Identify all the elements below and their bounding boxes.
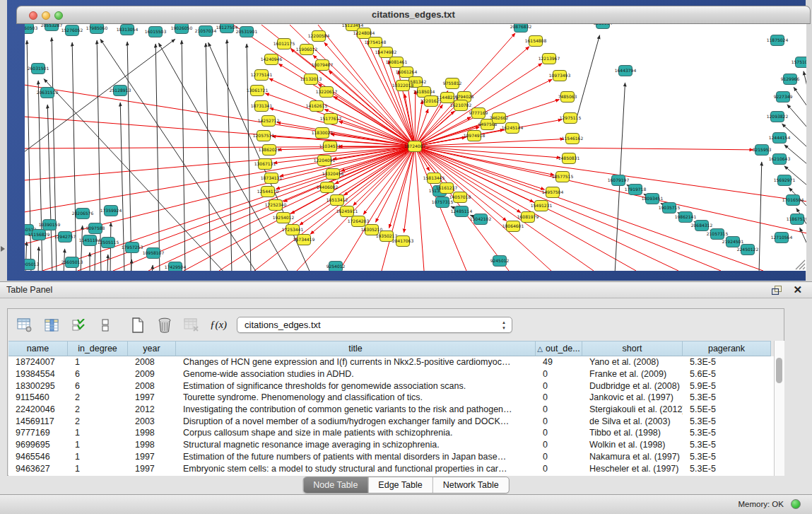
table-cell[interactable]: 1	[68, 451, 128, 463]
table-cell[interactable]: 5.3E-5	[683, 427, 771, 439]
table-cell[interactable]: 1997	[128, 462, 176, 474]
network-node[interactable]: 9245012	[490, 256, 510, 267]
table-cell[interactable]: 2012	[128, 404, 176, 416]
table-cell[interactable]: 9699695	[8, 439, 68, 451]
network-node[interactable]: 12710564	[771, 233, 793, 243]
table-cell[interactable]: 18724007	[8, 356, 68, 368]
network-node[interactable]: 10974918	[464, 131, 486, 141]
network-node[interactable]: 12093822	[767, 112, 789, 122]
network-node[interactable]: 9254012	[326, 262, 346, 271]
table-cell[interactable]: 0	[536, 439, 582, 451]
network-node[interactable]: 12204091	[314, 156, 336, 166]
table-cell[interactable]: 6	[68, 380, 128, 392]
table-cell[interactable]: Investigating the contribution of common…	[176, 404, 536, 416]
table-cell[interactable]: 2008	[128, 356, 176, 368]
network-node[interactable]: 12057511	[253, 131, 275, 141]
network-node[interactable]: 12200584	[308, 31, 330, 42]
network-node[interactable]: 12905013	[25, 259, 39, 270]
table-cell[interactable]: 2003	[128, 415, 176, 427]
table-cell[interactable]: 5.5E-5	[683, 404, 771, 416]
column-header-pagerank[interactable]: pagerank	[683, 341, 771, 356]
network-node[interactable]: 20876832	[510, 24, 532, 33]
table-cell[interactable]: 9463627	[8, 462, 68, 474]
close-panel-icon[interactable]: ✕	[793, 284, 802, 296]
tab-edge-table[interactable]: Edge Table	[368, 477, 433, 493]
table-row[interactable]: 946362711997Embryonic stem cells: a mode…	[8, 462, 771, 474]
column-header-title[interactable]: title	[176, 341, 536, 356]
table-cell[interactable]: 0	[536, 462, 582, 474]
column-header-short[interactable]: short	[582, 341, 683, 356]
table-cell[interactable]: Estimation of the future numbers of pati…	[176, 451, 536, 463]
network-canvas[interactable]: 2516050320553287152760521798506018313054…	[25, 24, 806, 271]
table-cell[interactable]: 0	[536, 427, 582, 439]
network-node[interactable]: 15474982	[375, 47, 397, 58]
column-header-out-degree[interactable]: △ out_de...	[536, 341, 582, 356]
table-row[interactable]: 1872400712008Changes of HCN gene express…	[8, 356, 771, 368]
table-cell[interactable]: 9115460	[8, 392, 68, 404]
network-node[interactable]: 11867539	[787, 214, 806, 225]
table-cell[interactable]: Jankovic et al. (1997)	[582, 392, 683, 404]
table-cell[interactable]: Stergiakouli et al. (2012)	[582, 404, 683, 416]
table-cell[interactable]: 0	[536, 415, 582, 427]
table-cell[interactable]: 5.6E-5	[683, 368, 771, 380]
network-node[interactable]: 19862141	[675, 212, 697, 223]
network-node[interactable]: 11875024	[767, 35, 789, 46]
table-settings-icon[interactable]	[16, 317, 33, 334]
new-column-icon[interactable]	[129, 317, 146, 334]
table-cell[interactable]: Hescheler et al. (1997)	[582, 462, 683, 474]
network-node[interactable]: 17957253	[122, 243, 143, 253]
network-node[interactable]: 16081979	[517, 212, 539, 223]
table-cell[interactable]: 1	[68, 427, 128, 439]
network-node[interactable]: 10973493	[549, 71, 571, 81]
network-node[interactable]: 16245144	[502, 123, 524, 134]
table-cell[interactable]: Genome-wide association studies in ADHD.	[176, 368, 536, 380]
network-node[interactable]: 21924501	[722, 237, 744, 247]
network-node[interactable]: 13862021	[259, 145, 281, 156]
table-cell[interactable]: 5.3E-5	[683, 356, 771, 368]
network-node[interactable]: 17429504	[165, 262, 187, 271]
table-cell[interactable]: 5.3E-5	[683, 392, 771, 404]
table-cell[interactable]: 1997	[128, 451, 176, 463]
table-cell[interactable]: 2	[68, 404, 128, 416]
table-row[interactable]: 1938455462009Genome-wide association stu…	[8, 368, 771, 380]
network-node[interactable]: 9227349	[774, 92, 793, 103]
network-node[interactable]: 18731341	[251, 101, 273, 112]
network-node[interactable]: 15513412	[326, 195, 348, 206]
network-node[interactable]: 18313054	[117, 25, 139, 35]
network-node[interactable]: 16079197	[608, 175, 630, 186]
table-row[interactable]: 2242004622012Investigating the contribut…	[8, 404, 771, 416]
table-cell[interactable]: 1998	[128, 439, 176, 451]
splitter-collapse-icon[interactable]	[1, 246, 5, 252]
network-node[interactable]: 16734419	[293, 235, 315, 245]
scrollbar-thumb[interactable]	[776, 358, 782, 383]
table-cell[interactable]: Yano et al. (2008)	[582, 356, 683, 368]
table-cell[interactable]: Changes of HCN gene expression and I(f) …	[176, 356, 536, 368]
network-node[interactable]: 12213967	[539, 54, 560, 64]
network-node[interactable]: 17016504	[782, 195, 804, 206]
network-node[interactable]: 18093451	[642, 194, 664, 204]
table-cell[interactable]: 5.3E-5	[683, 439, 771, 451]
table-vertical-scrollbar[interactable]	[774, 341, 784, 476]
table-cell[interactable]: 2	[68, 392, 128, 404]
network-node[interactable]: 17252340	[265, 200, 287, 211]
table-cell[interactable]: 9777169	[8, 427, 68, 439]
table-cell[interactable]: 5.9E-5	[683, 380, 771, 392]
network-node[interactable]: 18734131	[261, 173, 283, 184]
network-node[interactable]: 17919718	[625, 185, 647, 195]
table-cell[interactable]: 0	[536, 368, 582, 380]
network-node[interactable]: 17253441	[282, 225, 304, 235]
network-node[interactable]: 18127504	[216, 24, 238, 33]
memory-status-indicator[interactable]	[791, 499, 801, 509]
network-node[interactable]: 15692971	[774, 175, 796, 186]
network-node[interactable]: 9097588	[86, 223, 105, 234]
table-row[interactable]: 1830029562008Estimation of significance …	[8, 380, 771, 392]
network-node[interactable]: 12544170	[257, 187, 279, 197]
column-header-year[interactable]: year	[128, 341, 176, 356]
table-row[interactable]: 977716911998Corpus callosum shape and si…	[8, 427, 771, 439]
table-row[interactable]: 1456911722003Disruption of a novel membe…	[8, 415, 771, 427]
window-resize-grip[interactable]	[793, 259, 806, 270]
network-node[interactable]: 10958107	[143, 248, 165, 259]
network-node[interactable]: 14162615	[306, 101, 328, 112]
table-row[interactable]: 946554611997Estimation of the future num…	[8, 451, 771, 463]
network-node[interactable]: 16012175	[273, 39, 295, 49]
